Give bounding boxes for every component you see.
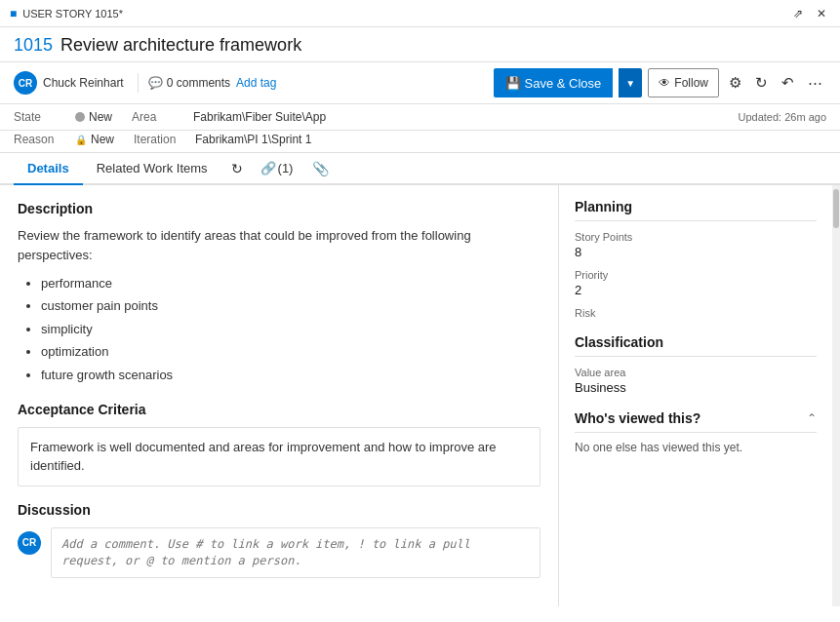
settings-button[interactable]: ⚙ [725, 70, 745, 96]
discussion-row: CR [18, 527, 540, 578]
title-bar-label: USER STORY 1015* [22, 8, 123, 19]
right-panel: Planning Story Points 8 Priority 2 Risk … [559, 185, 832, 606]
work-item-id: 1015 [14, 35, 53, 56]
main-content: Description Review the framework to iden… [0, 185, 840, 606]
comments-button[interactable]: 💬 0 comments [148, 76, 230, 90]
state-label: State [14, 110, 67, 124]
classification-title: Classification [575, 334, 817, 357]
comment-icon: 💬 [148, 76, 163, 90]
story-points-label: Story Points [575, 231, 817, 243]
links-count: (1) [278, 161, 294, 175]
risk-row: Risk [575, 307, 817, 319]
story-points-row: Story Points 8 [575, 231, 817, 259]
area-label: Area [132, 110, 185, 124]
area-group: Area Fabrikam\Fiber Suite\App [132, 110, 326, 124]
save-close-label: Save & Close [525, 76, 602, 91]
state-dot [75, 112, 85, 122]
priority-row: Priority 2 [575, 269, 817, 297]
follow-button[interactable]: 👁 Follow [648, 68, 719, 97]
follow-icon: 👁 [659, 76, 670, 90]
add-tag-button[interactable]: Add tag [236, 76, 276, 90]
chevron-up-icon: ⌃ [807, 411, 817, 425]
link-icon: 🔗 [260, 161, 276, 175]
planning-section: Planning Story Points 8 Priority 2 Risk [575, 199, 817, 319]
list-item: optimization [41, 340, 540, 363]
work-item-title: Review architecture framework [60, 35, 301, 56]
area-value: Fabrikam\Fiber Suite\App [193, 110, 326, 124]
comments-count: 0 comments [167, 76, 230, 90]
scrollbar[interactable] [832, 185, 840, 606]
acceptance-title: Acceptance Criteria [18, 402, 540, 417]
priority-label: Priority [575, 269, 817, 281]
whos-viewed-section: Who's viewed this? ⌃ No one else has vie… [575, 410, 817, 454]
title-bar: ■ USER STORY 1015* ⇗ ✕ [0, 0, 840, 27]
links-button[interactable]: 🔗 (1) [251, 155, 303, 181]
left-panel: Description Review the framework to iden… [0, 185, 559, 606]
iteration-group: Iteration Fabrikam\PI 1\Sprint 1 [134, 133, 311, 146]
fields-row: State New Area Fabrikam\Fiber Suite\App … [0, 104, 840, 131]
list-item: future growth scenarios [41, 364, 540, 386]
value-area-label: Value area [575, 367, 817, 378]
list-item: customer pain points [41, 294, 540, 317]
scroll-thumb[interactable] [833, 189, 839, 228]
refresh-button[interactable]: ↻ [751, 70, 772, 96]
follow-label: Follow [674, 76, 708, 90]
comment-input[interactable] [51, 527, 540, 578]
state-value: New [75, 110, 112, 124]
priority-value: 2 [575, 283, 817, 297]
toolbar: CR Chuck Reinhart 💬 0 comments Add tag 💾… [0, 62, 840, 104]
title-bar-left: ■ USER STORY 1015* [10, 7, 123, 20]
tab-related-work-items[interactable]: Related Work Items [83, 153, 221, 185]
list-item: performance [41, 272, 540, 294]
value-area-row: Value area Business [575, 367, 817, 395]
whos-viewed-message: No one else has viewed this yet. [575, 441, 817, 454]
more-button[interactable]: ⋯ [804, 70, 826, 96]
work-item-icon: ■ [10, 7, 17, 20]
classification-section: Classification Value area Business [575, 334, 817, 395]
updated-text: Updated: 26m ago [738, 111, 826, 123]
state-group: State New [14, 110, 112, 124]
discussion-avatar: CR [18, 531, 41, 555]
lock-icon: 🔒 [75, 135, 87, 145]
avatar: CR [14, 71, 37, 95]
description-bullets: performancecustomer pain pointssimplicit… [18, 272, 540, 386]
reason-group: Reason 🔒 New [14, 133, 114, 146]
acceptance-text: Framework is well documented and areas f… [18, 427, 540, 486]
tabs-row: Details Related Work Items ↻ 🔗 (1) 📎 [0, 153, 840, 185]
reason-label: Reason [14, 133, 67, 146]
tab-details[interactable]: Details [14, 153, 83, 185]
whos-viewed-header[interactable]: Who's viewed this? ⌃ [575, 410, 817, 433]
iteration-value: Fabrikam\PI 1\Sprint 1 [195, 133, 311, 146]
save-close-dropdown[interactable]: ▼ [619, 68, 642, 97]
value-area-value: Business [575, 380, 817, 395]
risk-label: Risk [575, 307, 817, 319]
story-points-value: 8 [575, 245, 817, 259]
planning-title: Planning [575, 199, 817, 221]
iteration-label: Iteration [134, 133, 187, 146]
fields-row-2: Reason 🔒 New Iteration Fabrikam\PI 1\Spr… [0, 131, 840, 153]
whos-viewed-title: Who's viewed this? [575, 410, 700, 426]
undo-button[interactable]: ↶ [778, 70, 798, 96]
title-bar-right: ⇗ ✕ [789, 5, 830, 22]
description-title: Description [18, 201, 540, 216]
reason-value: 🔒 New [75, 133, 114, 146]
discussion-title: Discussion [18, 502, 540, 518]
author-name: Chuck Reinhart [43, 76, 124, 90]
expand-button[interactable]: ⇗ [789, 5, 807, 22]
list-item: simplicity [41, 318, 540, 340]
history-icon-button[interactable]: ↻ [223, 155, 251, 182]
toolbar-divider-1 [138, 73, 139, 93]
save-close-button[interactable]: 💾 Save & Close [494, 68, 613, 97]
description-intro: Review the framework to identify areas t… [18, 226, 540, 264]
close-button[interactable]: ✕ [813, 5, 830, 22]
save-icon: 💾 [505, 76, 521, 91]
work-item-title-row: 1015 Review architecture framework [0, 27, 840, 62]
attachment-button[interactable]: 📎 [304, 155, 337, 182]
